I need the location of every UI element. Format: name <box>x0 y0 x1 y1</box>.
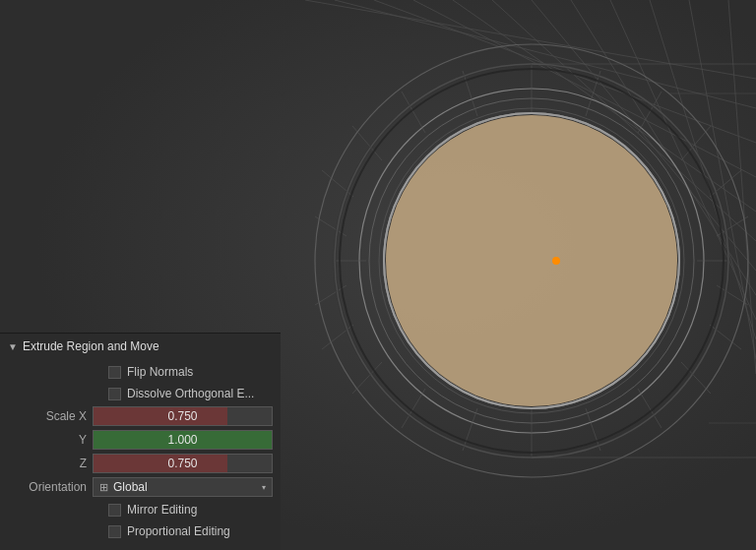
scale-x-label: Scale X <box>8 409 87 423</box>
flip-normals-checkbox[interactable] <box>108 366 121 379</box>
operator-panel: ▼ Extrude Region and Move Flip Normals D… <box>0 333 281 550</box>
orientation-icon: ⊞ <box>99 481 108 494</box>
scale-y-row: Y 1.000 <box>0 428 281 452</box>
scale-x-value: 0.750 <box>167 409 197 423</box>
dissolve-label: Dissolve Orthogonal E... <box>127 387 254 400</box>
orientation-row: Orientation ⊞ Global ▾ <box>0 475 281 499</box>
proportional-editing-row: Proportional Editing <box>0 520 281 542</box>
dissolve-checkbox[interactable] <box>108 388 121 400</box>
orientation-dropdown[interactable]: ⊞ Global ▾ <box>93 477 273 497</box>
scale-y-field[interactable]: 1.000 <box>93 430 273 450</box>
orientation-value: Global <box>113 480 148 494</box>
panel-header[interactable]: ▼ Extrude Region and Move <box>0 334 281 359</box>
dropdown-arrow-icon: ▾ <box>262 483 266 492</box>
scale-x-row: Scale X 0.750 <box>0 404 281 428</box>
orientation-label: Orientation <box>8 480 87 494</box>
dissolve-row: Dissolve Orthogonal E... <box>0 383 281 404</box>
mirror-editing-row: Mirror Editing <box>0 499 281 520</box>
scale-z-field[interactable]: 0.750 <box>93 454 273 473</box>
scale-y-value: 1.000 <box>167 433 197 447</box>
flip-normals-row: Flip Normals <box>0 361 281 383</box>
svg-point-6 <box>386 115 677 406</box>
panel-title: Extrude Region and Move <box>23 339 159 353</box>
scale-z-label: Z <box>8 457 87 470</box>
scale-z-row: Z 0.750 <box>0 452 281 475</box>
scale-y-label: Y <box>8 433 87 447</box>
mirror-editing-checkbox[interactable] <box>108 504 121 517</box>
panel-body: Flip Normals Dissolve Orthogonal E... Sc… <box>0 359 281 544</box>
proportional-editing-label: Proportional Editing <box>127 524 230 538</box>
collapse-arrow: ▼ <box>8 341 18 352</box>
flip-normals-label: Flip Normals <box>127 365 193 379</box>
proportional-editing-checkbox[interactable] <box>108 525 121 538</box>
svg-point-35 <box>552 257 560 265</box>
scale-x-field[interactable]: 0.750 <box>93 406 273 426</box>
scale-z-value: 0.750 <box>167 457 197 470</box>
mirror-editing-label: Mirror Editing <box>127 503 197 517</box>
